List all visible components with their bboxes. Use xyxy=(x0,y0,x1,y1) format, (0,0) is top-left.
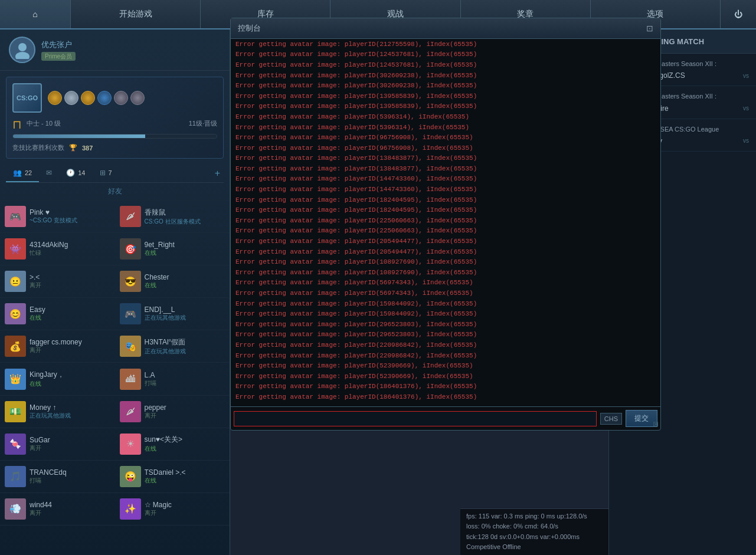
list-item[interactable]: 🎮 END].__L 正在玩其他游戏 xyxy=(115,298,230,330)
list-item[interactable]: 🌶 pepper 离开 xyxy=(115,396,230,428)
list-item[interactable]: 💨 wind44 离开 xyxy=(0,493,115,526)
friend-name: sun♥<关关> xyxy=(145,435,225,445)
competitive-wins-label: 竞技比赛胜利次数 xyxy=(12,143,64,152)
friend-name: ☆ Magic xyxy=(145,501,225,509)
resize-handle[interactable]: ⊠ xyxy=(653,420,659,428)
player-icon-gold xyxy=(48,91,62,105)
friend-info: Chester 在线 xyxy=(145,273,225,290)
list-item[interactable]: 💵 Money ↑ 正在玩其他游戏 xyxy=(0,396,115,428)
rank-badge-icon: ⊓ xyxy=(12,117,22,132)
rank-bar xyxy=(12,134,217,139)
player-icon-grey xyxy=(114,91,128,105)
list-item[interactable]: ✨ ☆ Magic 离开 xyxy=(115,493,230,526)
status-bar: fps: 115 var: 0.3 ms ping: 0 ms up:128.0… xyxy=(460,508,608,555)
friend-avatar: 👑 xyxy=(5,369,26,390)
list-item[interactable]: 🎮 Pink ♥ ~CS:GO 竞技模式 xyxy=(0,201,115,233)
player-icon-blue xyxy=(97,91,112,105)
friend-status: 正在玩其他游戏 xyxy=(145,314,225,322)
player-icon-gold2 xyxy=(81,91,95,105)
friend-info: 香辣鼠 CS:GO 社区服务模式 xyxy=(145,208,225,226)
tab-messages[interactable]: ✉ xyxy=(39,165,59,182)
friend-avatar: 🌶 xyxy=(120,401,141,422)
tab-friends[interactable]: 👥 22 xyxy=(6,165,39,182)
wins-count: 387 xyxy=(82,145,93,152)
console-titlebar: 控制台 ⊡ xyxy=(231,18,660,39)
list-item[interactable]: 🌶 香辣鼠 CS:GO 社区服务模式 xyxy=(115,201,230,233)
tab-group[interactable]: ⊞ 7 xyxy=(93,165,119,182)
vs-label: vs xyxy=(743,73,749,79)
list-item[interactable]: 😐 >.< 离开 xyxy=(0,265,115,298)
list-item[interactable]: 👾 4314dAkiNg 忙碌 xyxy=(0,233,115,265)
list-item[interactable]: 🍬 SuGar 离开 xyxy=(0,428,115,461)
list-item[interactable]: 😊 Easy 在线 xyxy=(0,298,115,330)
list-item[interactable]: ☀ sun♥<关关> 在线 xyxy=(115,428,230,461)
friend-info: TRANCEdq 打嗝 xyxy=(30,468,110,485)
friend-name: >.< xyxy=(30,273,110,281)
profile-info: 优先张户 Prime会员 xyxy=(41,40,221,61)
tab-clock[interactable]: 🕐 14 xyxy=(59,165,92,182)
csgo-logo: CS:GO xyxy=(12,83,42,113)
list-item[interactable]: 😜 TSDaniel >.< 在线 xyxy=(115,461,230,493)
list-item[interactable]: 👑 KingJary， 在线 xyxy=(0,363,115,395)
power-icon: ⏻ xyxy=(734,9,742,19)
friend-name: 香辣鼠 xyxy=(145,208,225,218)
friend-status: 忙碌 xyxy=(30,249,110,257)
console-log[interactable]: Error getting avatar image: playerID(114… xyxy=(231,39,660,406)
friend-avatar: 🎵 xyxy=(5,466,26,487)
list-item[interactable]: 🎭 H3NTAl°假面 正在玩其他游戏 xyxy=(115,330,230,363)
profile-section: 优先张户 Prime会员 xyxy=(0,29,230,71)
stats-card: CS:GO ⊓ 中士 - 10 级 11级·晋级 xyxy=(6,77,224,159)
friend-info: H3NTAl°假面 正在玩其他游戏 xyxy=(145,337,225,356)
status-line-3: tick:128 0d sv:0.0+0.0ms var:+0.000ms Co… xyxy=(466,532,603,553)
add-friend-button[interactable]: + xyxy=(211,165,224,182)
rank-label: 中士 - 10 级 xyxy=(27,119,61,128)
friend-info: 4314dAkiNg 忙碌 xyxy=(30,241,110,257)
rank-bar-section: ⊓ 中士 - 10 级 11级·晋级 xyxy=(12,117,217,139)
vs-label: vs xyxy=(743,105,749,111)
friend-info: L.A 打嗝 xyxy=(145,371,225,387)
friend-info: 9et_Right 在线 xyxy=(145,241,225,257)
friend-avatar: ✨ xyxy=(120,498,141,520)
console-input[interactable] xyxy=(234,411,597,426)
friend-name: KingJary， xyxy=(30,370,110,380)
list-item[interactable]: 🎵 TRANCEdq 打嗝 xyxy=(0,461,115,493)
friend-info: Money ↑ 正在玩其他游戏 xyxy=(30,403,110,420)
friend-status: 正在玩其他游戏 xyxy=(30,412,110,420)
friend-status: 离开 xyxy=(30,346,110,354)
friend-name: wind44 xyxy=(30,501,110,509)
friend-avatar: 🏙 xyxy=(120,369,141,390)
friend-avatar: 😐 xyxy=(5,271,26,292)
friend-info: >.< 离开 xyxy=(30,273,110,290)
friend-status: 离开 xyxy=(30,509,110,517)
friend-avatar: 🎯 xyxy=(120,238,141,260)
friend-avatar: 😊 xyxy=(5,303,26,324)
lang-badge: CHS xyxy=(600,413,622,425)
group-icon: ⊞ xyxy=(100,169,106,177)
console-close-button[interactable]: ⊡ xyxy=(646,24,653,33)
friend-info: KingJary， 在线 xyxy=(30,370,110,388)
svg-point-1 xyxy=(15,52,30,59)
friend-status: CS:GO 社区服务模式 xyxy=(145,218,225,226)
social-tabs: 👥 22 ✉ 🕐 14 ⊞ 7 + xyxy=(6,165,224,183)
rank-bar-fill xyxy=(13,134,145,138)
friends-label: 好友 xyxy=(0,183,230,201)
nav-start-game[interactable]: 开始游戏 xyxy=(71,0,201,28)
friend-name: pepper xyxy=(145,403,225,412)
nav-home[interactable]: ⌂ xyxy=(0,0,71,28)
friend-avatar: 💰 xyxy=(5,336,26,357)
list-item[interactable]: 😎 Chester 在线 xyxy=(115,265,230,298)
rank-sub: 11级·晋级 xyxy=(189,119,217,128)
list-item[interactable]: 💰 fagger cs.money 离开 xyxy=(0,330,115,363)
list-item[interactable]: 🏙 L.A 打嗝 xyxy=(115,363,230,395)
status-line-1: fps: 115 var: 0.3 ms ping: 0 ms up:128.0… xyxy=(466,511,603,522)
friend-name: TSDaniel >.< xyxy=(145,468,225,477)
friend-status: ~CS:GO 竞技模式 xyxy=(30,216,110,225)
friend-name: Easy xyxy=(30,306,110,314)
friend-name: TRANCEdq xyxy=(30,468,110,477)
friend-info: fagger cs.money 离开 xyxy=(30,338,110,354)
friend-avatar: 💵 xyxy=(5,401,26,422)
nav-power[interactable]: ⏻ xyxy=(721,0,756,28)
friend-avatar: 😜 xyxy=(120,466,141,487)
friends-list: 🎮 Pink ♥ ~CS:GO 竞技模式 🌶 香辣鼠 CS:GO 社区服务模式 … xyxy=(0,201,230,526)
list-item[interactable]: 🎯 9et_Right 在线 xyxy=(115,233,230,265)
